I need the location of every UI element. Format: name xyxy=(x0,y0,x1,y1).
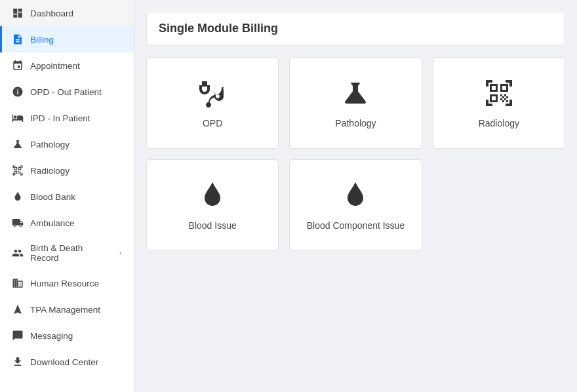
cards-grid: OPD Pathology Radiology Blood Issue xyxy=(146,57,565,251)
sidebar-item-label: Pathology xyxy=(30,140,70,149)
blood-bank-icon xyxy=(12,191,24,203)
pathology-card-label: Pathology xyxy=(335,118,376,128)
sidebar-item-label: Birth & Death Record xyxy=(30,243,113,263)
sidebar-item-billing[interactable]: Billing xyxy=(0,26,134,52)
card-blood-component-issue[interactable]: Blood Component Issue xyxy=(289,159,422,251)
sidebar-item-label: Human Resource xyxy=(30,279,99,288)
pathology-card-icon xyxy=(340,77,371,109)
page-title: Single Module Billing xyxy=(146,12,565,45)
sidebar-item-blood-bank[interactable]: Blood Bank xyxy=(0,184,134,210)
card-pathology[interactable]: Pathology xyxy=(289,57,422,149)
opd-card-icon xyxy=(197,77,228,109)
sidebar-item-human-resource[interactable]: Human Resource xyxy=(0,270,134,296)
card-radiology[interactable]: Radiology xyxy=(433,57,565,149)
sidebar-item-tpa[interactable]: TPA Management xyxy=(0,296,134,323)
tpa-icon xyxy=(12,304,24,315)
sidebar-item-label: Blood Bank xyxy=(30,192,75,202)
sidebar-item-label: Ambulance xyxy=(30,218,75,228)
birth-death-icon xyxy=(12,247,24,259)
ipd-icon xyxy=(12,112,24,124)
sidebar-item-label: Dashboard xyxy=(30,9,73,18)
sidebar-item-label: TPA Management xyxy=(30,305,100,315)
sidebar: Dashboard Billing Appointment OPD - Out … xyxy=(0,0,134,392)
opd-icon xyxy=(12,86,24,98)
sidebar-item-label: OPD - Out Patient xyxy=(30,87,102,97)
sidebar-item-label: Billing xyxy=(30,35,54,45)
sidebar-item-ambulance[interactable]: Ambulance xyxy=(0,210,134,236)
billing-icon xyxy=(12,33,24,45)
sidebar-item-ipd[interactable]: IPD - In Patient xyxy=(0,105,134,131)
sidebar-item-pathology[interactable]: Pathology xyxy=(0,131,134,157)
radiology-card-icon xyxy=(483,77,515,109)
human-resource-icon xyxy=(12,277,24,289)
blood-issue-card-label: Blood Issue xyxy=(189,220,237,231)
sidebar-item-label: Download Center xyxy=(30,357,98,367)
sidebar-item-dashboard[interactable]: Dashboard xyxy=(0,0,134,26)
blood-issue-card-icon xyxy=(197,180,228,211)
sidebar-item-label: Radiology xyxy=(30,166,70,176)
dashboard-icon xyxy=(12,7,24,19)
messaging-icon xyxy=(12,330,24,342)
opd-card-label: OPD xyxy=(203,118,222,128)
pathology-icon xyxy=(12,138,24,150)
download-icon xyxy=(12,356,24,368)
sidebar-item-radiology[interactable]: Radiology xyxy=(0,157,134,184)
sidebar-item-messaging[interactable]: Messaging xyxy=(0,323,134,349)
card-blood-issue[interactable]: Blood Issue xyxy=(146,159,279,251)
sidebar-item-label: IPD - In Patient xyxy=(30,113,90,123)
appointment-icon xyxy=(12,60,24,71)
sidebar-item-download-center[interactable]: Download Center xyxy=(0,349,134,375)
ambulance-icon xyxy=(12,217,24,229)
chevron-icon: ‹ xyxy=(119,248,122,258)
sidebar-item-opd[interactable]: OPD - Out Patient xyxy=(0,79,134,105)
blood-component-card-label: Blood Component Issue xyxy=(307,220,405,231)
sidebar-item-appointment[interactable]: Appointment xyxy=(0,52,134,79)
sidebar-item-label: Appointment xyxy=(30,61,80,71)
blood-component-card-icon xyxy=(340,180,371,211)
card-opd[interactable]: OPD xyxy=(146,57,279,149)
sidebar-item-label: Messaging xyxy=(30,331,73,341)
main-content: Single Module Billing OPD Pathology Radi… xyxy=(134,0,577,392)
radiology-icon xyxy=(12,165,24,176)
sidebar-item-birth-death[interactable]: Birth & Death Record ‹ xyxy=(0,236,134,270)
radiology-card-label: Radiology xyxy=(479,118,519,128)
